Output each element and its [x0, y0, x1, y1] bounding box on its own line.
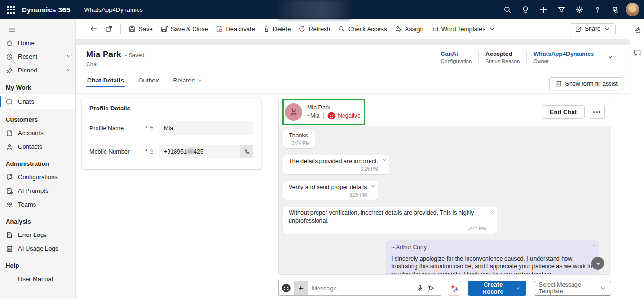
tab-outbox[interactable]: Outbox	[137, 74, 160, 88]
lock-icon	[149, 124, 154, 133]
chevron-down-icon[interactable]	[66, 67, 71, 74]
site-map-sidebar: Home Recent Pinned My Work Chats Custome…	[0, 19, 76, 299]
sidebar-item-chats[interactable]: Chats	[0, 94, 75, 109]
save-and-close-button[interactable]: Save & Close	[157, 22, 212, 36]
chat-icon	[6, 98, 13, 106]
form-tabs: Chat Details Outbox Related	[86, 74, 611, 88]
chat-message-outgoing[interactable]: ~ Arthur Curry I sincerely apologize for…	[386, 240, 599, 274]
chat-panel: Mia Park ~Mia	[278, 98, 611, 275]
app-name[interactable]: WhatsApp4Dynamics	[84, 6, 142, 13]
waffle-grid	[7, 6, 15, 14]
owner-link[interactable]: WhatsApp4Dynamics	[533, 51, 594, 57]
dynamics-365-logo[interactable]: Dynamics 365	[22, 6, 70, 14]
chevron-down-icon	[516, 286, 520, 291]
sidebar-item-home[interactable]: Home	[0, 36, 75, 50]
word-templates-button[interactable]: Word Templates	[427, 22, 500, 36]
open-in-new-window-icon[interactable]	[101, 22, 116, 36]
header-field-configuration: CanAi Configuration	[434, 51, 478, 64]
chat-message-incoming[interactable]: Without proper verification, incorrect d…	[283, 207, 497, 234]
filter-icon[interactable]	[554, 2, 568, 17]
chat-message-incoming[interactable]: The details provided are incorrect. 3:25…	[283, 155, 389, 174]
scroll-to-bottom-button[interactable]	[591, 257, 604, 270]
message-menu-chevron-icon[interactable]	[371, 183, 376, 191]
ai-copilot-sparkle-button[interactable]	[448, 281, 462, 296]
header-field-owner: WhatsApp4Dynamics Owner	[526, 51, 600, 64]
sidebar-item-pinned[interactable]: Pinned	[0, 63, 75, 77]
message-menu-chevron-icon[interactable]	[591, 242, 596, 250]
sparkles-icon	[449, 283, 459, 293]
sidebar-item-teams[interactable]: Teams	[0, 198, 75, 211]
tab-chat-details[interactable]: Chat Details	[86, 74, 125, 88]
chat-panel-icon[interactable]	[633, 48, 642, 59]
sidebar-item-recent[interactable]: Recent	[0, 50, 75, 63]
right-side-rail	[630, 19, 644, 299]
sidebar-item-ai-usage-logs[interactable]: AI Usage Logs	[0, 242, 75, 255]
main-area: Save Save & Close Deactivate Delete Refr…	[76, 19, 630, 299]
chat-message-incoming[interactable]: Verify and send proper details 3:25 PM	[283, 181, 378, 200]
profile-details-section: Profile Details Profile Name * Mia Mobil…	[81, 98, 261, 169]
tab-related[interactable]: Related	[172, 74, 204, 88]
redacted-environment-name	[278, 0, 350, 19]
lock-icon	[149, 147, 154, 156]
microphone-icon[interactable]	[414, 284, 425, 292]
settings-gear-icon[interactable]	[572, 2, 586, 17]
command-bar: Save Save & Close Deactivate Delete Refr…	[76, 19, 630, 39]
sidebar-item-error-logs[interactable]: Error Logs	[0, 228, 75, 242]
header-expand-chevron-icon[interactable]	[607, 54, 614, 62]
delete-button[interactable]: Delete	[259, 22, 295, 36]
nav-divider	[77, 4, 77, 15]
back-button[interactable]	[86, 22, 101, 36]
copilot-panel-icon[interactable]	[633, 26, 642, 36]
configuration-link[interactable]: CanAi	[441, 51, 472, 57]
chevron-down-icon[interactable]	[66, 53, 71, 60]
share-button[interactable]: Share	[570, 23, 616, 35]
hamburger-menu-icon[interactable]	[4, 22, 20, 36]
chat-message-list[interactable]: Thanks! 3:24 PM The details provided are…	[279, 126, 611, 274]
copilot-icon[interactable]	[608, 2, 622, 17]
sidebar-item-accounts[interactable]: Accounts	[0, 126, 75, 140]
assign-button[interactable]: Assign	[391, 22, 427, 36]
deactivate-button[interactable]: Deactivate	[212, 22, 258, 36]
add-icon[interactable]	[536, 2, 550, 17]
message-menu-chevron-icon[interactable]	[490, 208, 495, 217]
check-access-button[interactable]: Check Access	[334, 22, 391, 36]
search-icon[interactable]	[500, 2, 514, 17]
more-options-button[interactable]	[589, 105, 605, 119]
profile-name-input[interactable]: Mia	[159, 121, 253, 135]
divider	[323, 112, 324, 119]
emoji-picker-button[interactable]	[279, 281, 294, 295]
sidebar-item-label: AI Usage Logs	[18, 245, 58, 252]
attach-plus-button[interactable]: +	[294, 281, 308, 295]
sidebar-item-contacts[interactable]: Contacts	[0, 140, 75, 154]
sidebar-item-configurations[interactable]: Configurations	[0, 170, 75, 184]
refresh-button[interactable]: Refresh	[294, 22, 334, 36]
help-icon[interactable]	[590, 2, 604, 17]
create-record-button[interactable]: Create Record	[468, 281, 526, 296]
call-phone-button[interactable]	[240, 145, 253, 158]
message-input[interactable]	[312, 285, 414, 292]
redacted-digits: 88	[187, 148, 194, 155]
user-avatar[interactable]	[626, 3, 639, 16]
form-body: Profile Details Profile Name * Mia Mobil…	[76, 93, 630, 299]
show-form-fill-assist-button[interactable]: Show form fill assist	[549, 77, 623, 90]
select-message-template-dropdown[interactable]: Select Message Template	[534, 281, 611, 296]
status-reason-value: Accepted	[485, 51, 520, 57]
lightbulb-icon[interactable]	[518, 2, 532, 17]
contact-avatar	[285, 103, 302, 121]
contact-alias: ~Mia	[307, 112, 319, 119]
message-menu-chevron-icon[interactable]	[382, 157, 387, 165]
record-title: Mia Park	[86, 50, 121, 60]
save-button[interactable]: Save	[124, 22, 157, 36]
header-summary-fields: CanAi Configuration Accepted Status Reas…	[434, 51, 600, 64]
record-header: Mia Park - Saved Chat CanAi Configuratio…	[76, 45, 630, 93]
sidebar-item-user-manual[interactable]: User Manual	[0, 272, 75, 286]
end-chat-button[interactable]: End Chat	[542, 105, 585, 119]
send-icon[interactable]	[425, 284, 437, 292]
chat-message-incoming[interactable]: Thanks! 3:24 PM	[283, 129, 315, 148]
mobile-number-input[interactable]: +91895188425	[159, 145, 240, 158]
sidebar-item-label: Pinned	[18, 67, 37, 74]
app-launcher-icon[interactable]	[0, 0, 22, 19]
sidebar-item-label: Configurations	[18, 173, 58, 181]
sidebar-item-ai-prompts[interactable]: AI Prompts	[0, 184, 75, 198]
chat-settings-icon	[6, 173, 13, 181]
